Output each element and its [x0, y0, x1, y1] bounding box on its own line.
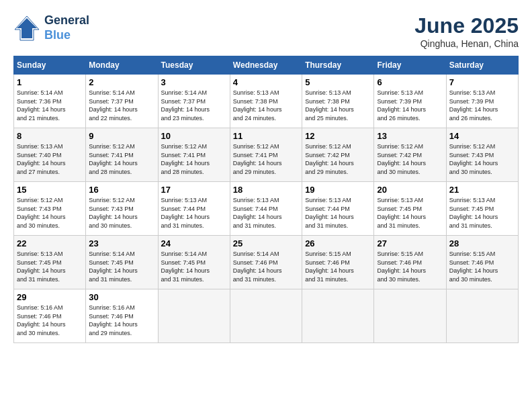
calendar-cell: 16Sunrise: 5:12 AM Sunset: 7:43 PM Dayli…	[86, 182, 158, 236]
logo-text: General Blue	[44, 13, 89, 42]
day-info: Sunrise: 5:13 AM Sunset: 7:38 PM Dayligh…	[233, 89, 299, 122]
calendar-cell: 30Sunrise: 5:16 AM Sunset: 7:46 PM Dayli…	[86, 289, 158, 343]
calendar-cell: 10Sunrise: 5:12 AM Sunset: 7:41 PM Dayli…	[158, 128, 230, 182]
day-info: Sunrise: 5:15 AM Sunset: 7:46 PM Dayligh…	[305, 250, 371, 283]
col-thursday: Thursday	[302, 56, 374, 75]
calendar-cell: 12Sunrise: 5:12 AM Sunset: 7:42 PM Dayli…	[302, 128, 374, 182]
day-number: 24	[161, 238, 227, 248]
day-info: Sunrise: 5:14 AM Sunset: 7:37 PM Dayligh…	[89, 89, 154, 122]
day-info: Sunrise: 5:15 AM Sunset: 7:46 PM Dayligh…	[449, 250, 515, 283]
day-number: 15	[17, 185, 83, 195]
calendar-cell	[302, 289, 374, 343]
day-number: 17	[161, 185, 227, 195]
calendar-cell: 25Sunrise: 5:14 AM Sunset: 7:46 PM Dayli…	[230, 236, 302, 289]
day-number: 9	[89, 131, 154, 141]
calendar-cell: 14Sunrise: 5:12 AM Sunset: 7:43 PM Dayli…	[446, 128, 518, 182]
logo: General Blue	[13, 13, 89, 42]
day-number: 4	[233, 77, 299, 87]
col-wednesday: Wednesday	[230, 56, 302, 75]
day-number: 25	[233, 238, 299, 248]
day-info: Sunrise: 5:14 AM Sunset: 7:45 PM Dayligh…	[89, 250, 154, 283]
day-info: Sunrise: 5:13 AM Sunset: 7:45 PM Dayligh…	[377, 196, 443, 230]
day-number: 28	[449, 238, 515, 248]
day-info: Sunrise: 5:12 AM Sunset: 7:42 PM Dayligh…	[305, 142, 371, 176]
calendar-cell: 17Sunrise: 5:13 AM Sunset: 7:44 PM Dayli…	[158, 182, 230, 236]
day-info: Sunrise: 5:14 AM Sunset: 7:37 PM Dayligh…	[161, 89, 227, 122]
day-number: 23	[89, 238, 154, 248]
day-number: 1	[17, 77, 83, 87]
day-number: 11	[233, 131, 299, 141]
day-info: Sunrise: 5:14 AM Sunset: 7:36 PM Dayligh…	[17, 89, 83, 122]
calendar-cell: 20Sunrise: 5:13 AM Sunset: 7:45 PM Dayli…	[374, 182, 446, 236]
day-info: Sunrise: 5:12 AM Sunset: 7:41 PM Dayligh…	[233, 142, 299, 176]
day-info: Sunrise: 5:14 AM Sunset: 7:46 PM Dayligh…	[233, 250, 299, 283]
calendar-cell: 13Sunrise: 5:12 AM Sunset: 7:42 PM Dayli…	[374, 128, 446, 182]
calendar-cell: 3Sunrise: 5:14 AM Sunset: 7:37 PM Daylig…	[158, 75, 230, 128]
day-info: Sunrise: 5:12 AM Sunset: 7:43 PM Dayligh…	[449, 142, 515, 176]
day-number: 3	[161, 77, 227, 87]
day-number: 22	[17, 238, 83, 248]
calendar-cell	[374, 289, 446, 343]
calendar-cell: 18Sunrise: 5:13 AM Sunset: 7:44 PM Dayli…	[230, 182, 302, 236]
calendar-cell: 2Sunrise: 5:14 AM Sunset: 7:37 PM Daylig…	[86, 75, 158, 128]
location: Qinghua, Henan, China	[414, 38, 519, 49]
calendar-cell: 1Sunrise: 5:14 AM Sunset: 7:36 PM Daylig…	[14, 75, 86, 128]
calendar-cell	[230, 289, 302, 343]
day-number: 7	[449, 77, 515, 87]
day-info: Sunrise: 5:12 AM Sunset: 7:43 PM Dayligh…	[17, 196, 83, 230]
calendar-cell: 26Sunrise: 5:15 AM Sunset: 7:46 PM Dayli…	[302, 236, 374, 289]
day-number: 30	[89, 292, 154, 302]
day-number: 21	[449, 185, 515, 195]
day-number: 19	[305, 185, 371, 195]
calendar-cell: 15Sunrise: 5:12 AM Sunset: 7:43 PM Dayli…	[14, 182, 86, 236]
day-number: 2	[89, 77, 154, 87]
calendar-cell: 21Sunrise: 5:13 AM Sunset: 7:45 PM Dayli…	[446, 182, 518, 236]
col-tuesday: Tuesday	[158, 56, 230, 75]
calendar-week-row: 1Sunrise: 5:14 AM Sunset: 7:36 PM Daylig…	[14, 75, 519, 128]
calendar-cell: 9Sunrise: 5:12 AM Sunset: 7:41 PM Daylig…	[86, 128, 158, 182]
day-info: Sunrise: 5:13 AM Sunset: 7:44 PM Dayligh…	[233, 196, 299, 230]
calendar-body: 1Sunrise: 5:14 AM Sunset: 7:36 PM Daylig…	[14, 75, 519, 343]
page-header: General Blue June 2025 Qinghua, Henan, C…	[13, 13, 519, 49]
col-friday: Friday	[374, 56, 446, 75]
calendar-cell: 11Sunrise: 5:12 AM Sunset: 7:41 PM Dayli…	[230, 128, 302, 182]
day-info: Sunrise: 5:13 AM Sunset: 7:39 PM Dayligh…	[377, 89, 443, 122]
col-sunday: Sunday	[14, 56, 86, 75]
col-saturday: Saturday	[446, 56, 518, 75]
day-number: 12	[305, 131, 371, 141]
day-info: Sunrise: 5:12 AM Sunset: 7:41 PM Dayligh…	[89, 142, 154, 176]
day-number: 10	[161, 131, 227, 141]
calendar-cell: 7Sunrise: 5:13 AM Sunset: 7:39 PM Daylig…	[446, 75, 518, 128]
calendar-week-row: 8Sunrise: 5:13 AM Sunset: 7:40 PM Daylig…	[14, 128, 519, 182]
calendar-week-row: 22Sunrise: 5:13 AM Sunset: 7:45 PM Dayli…	[14, 236, 519, 289]
header-row: Sunday Monday Tuesday Wednesday Thursday…	[14, 56, 519, 75]
day-info: Sunrise: 5:14 AM Sunset: 7:45 PM Dayligh…	[161, 250, 227, 283]
day-info: Sunrise: 5:12 AM Sunset: 7:42 PM Dayligh…	[377, 142, 443, 176]
day-number: 13	[377, 131, 443, 141]
calendar-cell: 4Sunrise: 5:13 AM Sunset: 7:38 PM Daylig…	[230, 75, 302, 128]
title-block: June 2025 Qinghua, Henan, China	[414, 13, 519, 49]
calendar-table: Sunday Monday Tuesday Wednesday Thursday…	[13, 56, 519, 343]
day-info: Sunrise: 5:12 AM Sunset: 7:41 PM Dayligh…	[161, 142, 227, 176]
calendar-cell: 24Sunrise: 5:14 AM Sunset: 7:45 PM Dayli…	[158, 236, 230, 289]
day-info: Sunrise: 5:15 AM Sunset: 7:46 PM Dayligh…	[377, 250, 443, 283]
day-info: Sunrise: 5:13 AM Sunset: 7:40 PM Dayligh…	[17, 142, 83, 176]
calendar-cell: 8Sunrise: 5:13 AM Sunset: 7:40 PM Daylig…	[14, 128, 86, 182]
day-number: 14	[449, 131, 515, 141]
day-number: 18	[233, 185, 299, 195]
calendar-cell: 23Sunrise: 5:14 AM Sunset: 7:45 PM Dayli…	[86, 236, 158, 289]
col-monday: Monday	[86, 56, 158, 75]
day-number: 16	[89, 185, 154, 195]
day-number: 6	[377, 77, 443, 87]
calendar-cell: 6Sunrise: 5:13 AM Sunset: 7:39 PM Daylig…	[374, 75, 446, 128]
day-number: 5	[305, 77, 371, 87]
day-info: Sunrise: 5:12 AM Sunset: 7:43 PM Dayligh…	[89, 196, 154, 230]
day-number: 26	[305, 238, 371, 248]
day-info: Sunrise: 5:13 AM Sunset: 7:45 PM Dayligh…	[17, 250, 83, 283]
month-title: June 2025	[414, 13, 519, 38]
day-number: 29	[17, 292, 83, 302]
day-number: 27	[377, 238, 443, 248]
day-info: Sunrise: 5:13 AM Sunset: 7:39 PM Dayligh…	[449, 89, 515, 122]
day-info: Sunrise: 5:13 AM Sunset: 7:45 PM Dayligh…	[449, 196, 515, 230]
day-info: Sunrise: 5:13 AM Sunset: 7:38 PM Dayligh…	[305, 89, 371, 122]
